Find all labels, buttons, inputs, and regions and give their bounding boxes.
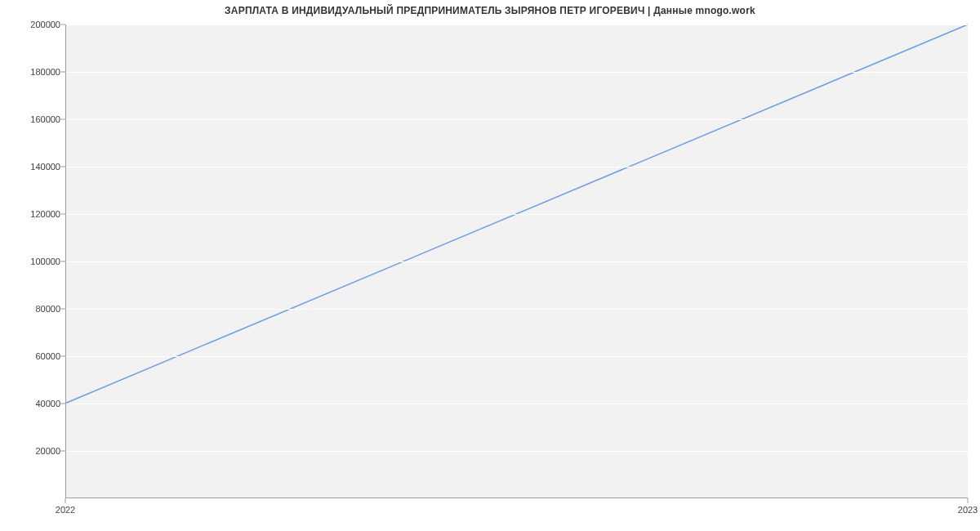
y-tick-mark — [60, 167, 65, 167]
y-tick-mark — [60, 261, 65, 262]
x-tick-mark — [968, 498, 969, 503]
gridline — [66, 214, 968, 215]
gridline — [66, 119, 968, 120]
y-tick-label: 60000 — [11, 351, 60, 361]
y-tick-label: 80000 — [11, 304, 60, 314]
y-tick-label: 140000 — [11, 162, 60, 172]
y-tick-mark — [60, 72, 65, 73]
y-tick-label: 40000 — [11, 399, 60, 408]
chart-title: ЗАРПЛАТА В ИНДИВИДУАЛЬНЫЙ ПРЕДПРИНИМАТЕЛ… — [0, 5, 980, 16]
gridline — [66, 309, 968, 310]
x-tick-label: 2023 — [958, 505, 978, 515]
y-tick-mark — [60, 404, 65, 404]
y-tick-label: 20000 — [11, 446, 60, 456]
y-tick-mark — [60, 119, 65, 120]
y-tick-label: 200000 — [11, 20, 60, 29]
y-tick-mark — [60, 214, 65, 215]
x-tick-label: 2022 — [56, 505, 75, 515]
gridline — [66, 404, 968, 404]
plot-area — [65, 25, 968, 498]
y-tick-label: 120000 — [11, 209, 60, 219]
gridline — [66, 167, 968, 167]
x-tick-mark — [65, 498, 66, 503]
y-tick-mark — [60, 356, 65, 357]
gridline — [66, 25, 968, 25]
y-tick-label: 180000 — [11, 67, 60, 77]
gridline — [66, 72, 968, 73]
y-tick-label: 160000 — [11, 114, 60, 124]
y-tick-mark — [60, 309, 65, 310]
y-tick-mark — [60, 25, 65, 25]
chart-container: ЗАРПЛАТА В ИНДИВИДУАЛЬНЫЙ ПРЕДПРИНИМАТЕЛ… — [0, 0, 980, 531]
y-tick-label: 100000 — [11, 257, 60, 266]
gridline — [66, 261, 968, 262]
gridline — [66, 356, 968, 357]
y-tick-mark — [60, 451, 65, 452]
gridline — [66, 451, 968, 452]
